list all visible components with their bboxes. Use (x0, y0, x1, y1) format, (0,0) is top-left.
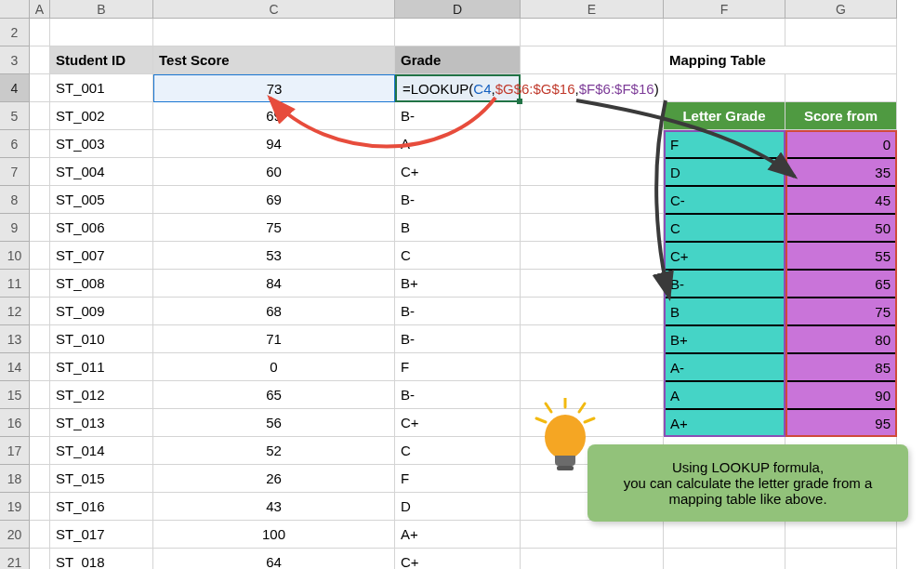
grade-7[interactable]: B+ (395, 270, 521, 298)
row-header-15[interactable]: 15 (0, 381, 30, 409)
row-header-7[interactable]: 7 (0, 158, 30, 186)
cell-F4[interactable] (664, 74, 785, 102)
cell-A8[interactable] (30, 186, 50, 214)
row-header-16[interactable]: 16 (0, 409, 30, 437)
cell-E8[interactable] (521, 186, 664, 214)
cell-A12[interactable] (30, 298, 50, 325)
cell-E14[interactable] (521, 353, 664, 381)
cell-A5[interactable] (30, 102, 50, 130)
cell-E21[interactable] (521, 549, 664, 569)
col-header-E[interactable]: E (521, 0, 664, 19)
grade-6[interactable]: C (395, 242, 521, 270)
test-score-3[interactable]: 60 (153, 158, 395, 186)
test-score-14[interactable]: 26 (153, 465, 395, 493)
test-score-4[interactable]: 69 (153, 186, 395, 214)
student-id-8[interactable]: ST_009 (50, 298, 153, 325)
test-score-5[interactable]: 75 (153, 214, 395, 242)
col-header-B[interactable]: B (50, 0, 153, 19)
cell-A3[interactable] (30, 46, 50, 74)
test-score-12[interactable]: 56 (153, 409, 395, 437)
cell-G20[interactable] (785, 521, 897, 549)
cell-D2[interactable] (395, 19, 521, 46)
grade-10[interactable]: F (395, 353, 521, 381)
cell-F20[interactable] (664, 521, 785, 549)
student-id-9[interactable]: ST_010 (50, 325, 153, 353)
row-header-21[interactable]: 21 (0, 549, 30, 569)
cell-E5[interactable] (521, 102, 664, 130)
test-score-9[interactable]: 71 (153, 325, 395, 353)
cell-G21[interactable] (785, 549, 897, 569)
row-header-3[interactable]: 3 (0, 46, 30, 74)
map-score-9[interactable]: 90 (785, 381, 897, 409)
cell-E3[interactable] (521, 46, 664, 74)
map-score-4[interactable]: 55 (785, 242, 897, 270)
cell-A7[interactable] (30, 158, 50, 186)
test-score-16[interactable]: 100 (153, 521, 395, 549)
cell-E10[interactable] (521, 242, 664, 270)
cell-A14[interactable] (30, 353, 50, 381)
col-header-D[interactable]: D (395, 0, 521, 19)
select-all-cell[interactable] (0, 0, 30, 19)
map-letter-1[interactable]: D (664, 158, 785, 186)
row-header-8[interactable]: 8 (0, 186, 30, 214)
row-header-14[interactable]: 14 (0, 353, 30, 381)
grade-2[interactable]: A (395, 130, 521, 158)
cell-E2[interactable] (521, 19, 664, 46)
map-letter-4[interactable]: C+ (664, 242, 785, 270)
grade-4[interactable]: B- (395, 186, 521, 214)
grade-14[interactable]: F (395, 465, 521, 493)
cell-A9[interactable] (30, 214, 50, 242)
test-score-11[interactable]: 65 (153, 381, 395, 409)
map-letter-9[interactable]: A (664, 381, 785, 409)
cell-E12[interactable] (521, 298, 664, 325)
row-header-11[interactable]: 11 (0, 270, 30, 298)
test-score-6[interactable]: 53 (153, 242, 395, 270)
cell-A2[interactable] (30, 19, 50, 46)
test-score-13[interactable]: 52 (153, 437, 395, 465)
grade-13[interactable]: C (395, 437, 521, 465)
cell-E9[interactable] (521, 214, 664, 242)
row-header-20[interactable]: 20 (0, 521, 30, 549)
grade-3[interactable]: C+ (395, 158, 521, 186)
student-id-3[interactable]: ST_004 (50, 158, 153, 186)
grade-17[interactable]: C+ (395, 549, 521, 569)
grade-12[interactable]: C+ (395, 409, 521, 437)
row-header-10[interactable]: 10 (0, 242, 30, 270)
student-id-0[interactable]: ST_001 (50, 74, 153, 102)
cell-E20[interactable] (521, 521, 664, 549)
map-score-7[interactable]: 80 (785, 325, 897, 353)
row-header-2[interactable]: 2 (0, 19, 30, 46)
cell-F2[interactable] (664, 19, 785, 46)
student-id-2[interactable]: ST_003 (50, 130, 153, 158)
grade-5[interactable]: B (395, 214, 521, 242)
cell-A17[interactable] (30, 437, 50, 465)
row-header-17[interactable]: 17 (0, 437, 30, 465)
cell-G2[interactable] (785, 19, 897, 46)
map-letter-2[interactable]: C- (664, 186, 785, 214)
cell-A4[interactable] (30, 74, 50, 102)
cell-B2[interactable] (50, 19, 153, 46)
row-header-12[interactable]: 12 (0, 298, 30, 325)
map-letter-0[interactable]: F (664, 130, 785, 158)
student-id-7[interactable]: ST_008 (50, 270, 153, 298)
cell-E13[interactable] (521, 325, 664, 353)
cell-D4-editing[interactable]: =LOOKUP(C4,$G$6:$G$16,$F$6:$F$16) (395, 74, 521, 102)
grade-8[interactable]: B- (395, 298, 521, 325)
cell-A11[interactable] (30, 270, 50, 298)
cell-A10[interactable] (30, 242, 50, 270)
grade-1[interactable]: B- (395, 102, 521, 130)
student-id-17[interactable]: ST_018 (50, 549, 153, 569)
test-score-15[interactable]: 43 (153, 493, 395, 521)
cell-A20[interactable] (30, 521, 50, 549)
row-header-4[interactable]: 4 (0, 74, 30, 102)
row-header-5[interactable]: 5 (0, 102, 30, 130)
test-score-1[interactable]: 69 (153, 102, 395, 130)
col-header-F[interactable]: F (664, 0, 785, 19)
student-id-1[interactable]: ST_002 (50, 102, 153, 130)
map-score-1[interactable]: 35 (785, 158, 897, 186)
map-letter-10[interactable]: A+ (664, 409, 785, 437)
map-letter-5[interactable]: B- (664, 270, 785, 298)
cell-E6[interactable] (521, 130, 664, 158)
student-id-10[interactable]: ST_011 (50, 353, 153, 381)
grade-11[interactable]: B- (395, 381, 521, 409)
